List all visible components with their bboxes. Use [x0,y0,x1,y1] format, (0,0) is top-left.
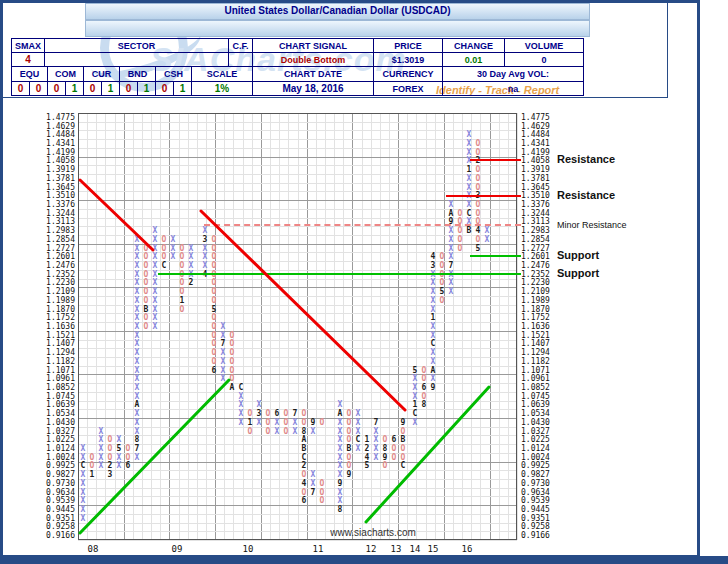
avg-vol-header: 30 Day Avg VOL: [442,66,584,82]
pnf-month-mark: 2 [106,461,115,470]
x-axis-label: 16 [459,544,475,554]
y-axis-label-left: 1.1071 [40,366,75,375]
y-axis-label-left: 1.2109 [40,287,75,296]
pnf-x-mark: X [133,244,142,253]
cur-header: CUR [83,66,120,82]
y-axis-label-left: 1.0745 [40,392,75,401]
y-axis-label-right: 0.9925 [521,461,556,470]
y-axis-label-left: 1.2854 [40,235,75,244]
pnf-o-mark: O [399,453,408,462]
pnf-month-mark: B [399,435,408,444]
pnf-x-mark: X [483,235,492,244]
pnf-x-mark: X [336,418,345,427]
pnf-x-mark: X [201,244,210,253]
y-axis-label-left: 1.1521 [40,331,75,340]
y-axis-label-right: 1.1407 [521,339,556,348]
pnf-o-mark: O [210,278,219,287]
pnf-o-mark: O [300,488,309,497]
y-axis-label-right: 1.1752 [521,313,556,322]
y-axis-label-right: 0.9258 [521,522,556,531]
y-axis-label-left: 1.1870 [40,305,75,314]
pnf-x-mark: X [79,470,88,479]
y-axis-label-right: 0.9166 [521,531,556,540]
pnf-x-mark: X [273,427,282,436]
pnf-x-mark: X [79,453,88,462]
y-axis-label-right: 1.2983 [521,226,556,235]
y-axis-label-right: 1.2601 [521,252,556,261]
equ-value-1: 0 [11,81,30,96]
pnf-x-mark: X [133,418,142,427]
y-axis-label-right: 1.0534 [521,409,556,418]
pnf-x-mark: X [429,357,438,366]
pnf-month-mark: 2 [187,278,196,287]
y-axis-label-right: 1.0852 [521,383,556,392]
pnf-month-mark: 4 [363,453,372,462]
pnf-x-mark: X [133,313,142,322]
pnf-x-mark: X [219,331,228,340]
pnf-x-mark: X [237,418,246,427]
pnf-x-mark: X [151,244,160,253]
pnf-x-mark: X [133,366,142,375]
pnf-o-mark: O [456,226,465,235]
pnf-month-mark: 9 [309,418,318,427]
y-axis-label-left: 0.9925 [40,461,75,470]
bnd-value-1: 0 [119,81,138,96]
pnf-x-mark: X [79,496,88,505]
y-axis-label-left: 1.0639 [40,400,75,409]
grid-line-horizontal [78,540,517,541]
pnf-month-mark: 6 [273,409,282,418]
pnf-x-mark: X [79,505,88,514]
pnf-x-mark: X [372,427,381,436]
volume-header: VOLUME [504,38,584,53]
pnf-o-mark: O [178,287,187,296]
pnf-x-mark: X [151,305,160,314]
pnf-o-mark: O [282,427,291,436]
y-axis-label-left: 1.3645 [40,183,75,192]
pnf-x-mark: X [429,287,438,296]
y-axis-label-right: 0.9634 [521,488,556,497]
pnf-month-mark: B [465,226,474,235]
y-axis-label-left: 1.3244 [40,209,75,218]
y-axis-label-left: 1.4058 [40,156,75,165]
price-header: PRICE [373,38,443,53]
pnf-month-mark: C [160,261,169,270]
pnf-x-mark: X [447,252,456,261]
pnf-o-mark: O [228,357,237,366]
pnf-o-mark: O [178,252,187,261]
y-axis-label-right: 1.0745 [521,392,556,401]
pnf-month-mark: 5 [411,366,420,375]
pnf-month-mark: 5 [438,287,447,296]
pnf-o-mark: O [106,453,115,462]
pnf-x-mark: X [483,226,492,235]
y-axis-label-left: 0.9445 [40,505,75,514]
y-axis-label-left: 1.0430 [40,418,75,427]
y-axis-label-left: 1.4199 [40,148,75,157]
pnf-month-mark: 8 [381,444,390,453]
pnf-x-mark: X [336,453,345,462]
pnf-x-mark: X [336,470,345,479]
pnf-x-mark: X [151,278,160,287]
pnf-month-mark: 4 [300,479,309,488]
pnf-month-mark: 5 [210,305,219,314]
pnf-x-mark: X [115,461,124,470]
pnf-x-mark: X [133,261,142,270]
y-axis-label-left: 1.2352 [40,270,75,279]
pnf-month-mark: 1 [363,435,372,444]
pnf-x-mark: X [411,418,420,427]
pnf-chart: 1.47751.47751.46291.46291.44841.44841.43… [0,100,728,556]
pnf-x-mark: X [372,444,381,453]
pnf-x-mark: X [115,435,124,444]
pnf-o-mark: O [282,418,291,427]
y-axis-label-left: 0.9539 [40,496,75,505]
y-axis-label-right: 1.1870 [521,305,556,314]
pnf-x-mark: X [201,226,210,235]
pnf-x-mark: X [336,435,345,444]
pnf-x-mark: X [133,305,142,314]
pnf-o-mark: O [420,392,429,401]
pnf-month-mark: 9 [429,383,438,392]
support-label: Support [557,249,599,261]
pnf-x-mark: X [151,226,160,235]
pnf-x-mark: X [429,278,438,287]
y-axis-label-left: 1.0327 [40,427,75,436]
pnf-month-mark: 7 [309,488,318,497]
